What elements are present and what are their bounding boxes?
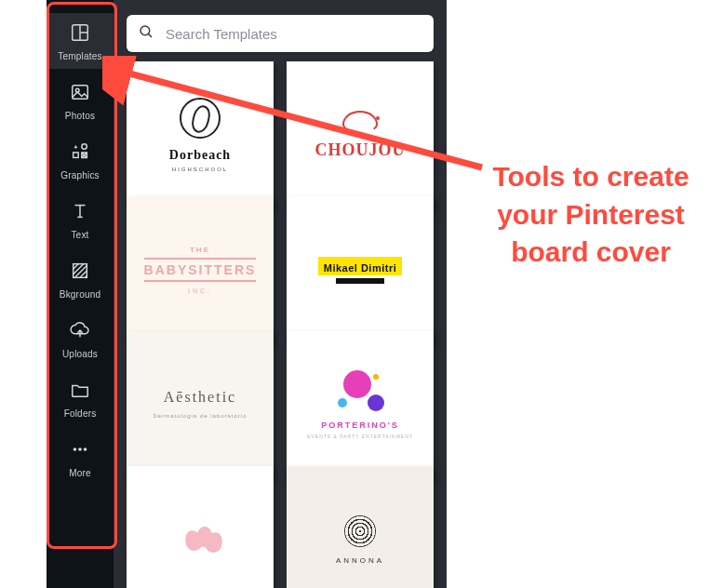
text-icon [70,201,90,225]
tools-sidebar: Templates Photos Graphics Text [47,0,114,588]
svg-point-17 [74,448,77,451]
sidebar-item-label: Photos [65,111,95,121]
svg-rect-3 [73,86,88,100]
uploads-icon [70,320,90,344]
template-overline: THE [190,246,210,254]
template-card[interactable]: Dorbeach HIGHSCHOOL [127,61,274,208]
templates-grid: Dorbeach HIGHSCHOOL CHOUJOU THE BABYSITT… [114,61,447,588]
svg-point-18 [78,448,82,451]
sidebar-item-label: Text [71,230,88,240]
svg-point-20 [140,26,150,35]
sidebar-item-label: Templates [58,51,101,61]
template-title: Mikael Dimitri [324,262,397,274]
templates-panel: Dorbeach HIGHSCHOOL CHOUJOU THE BABYSITT… [114,0,447,588]
template-title: Dorbeach [169,148,231,163]
annotation-text: Tools to create your Pinterest board cov… [484,158,698,272]
logo-icon [180,98,221,139]
template-card[interactable]: THE BABYSITTERS INC. [127,196,274,343]
sidebar-item-text[interactable]: Text [47,192,114,247]
template-card[interactable]: ANNONA [287,466,434,588]
template-subtitle: Dermatologia de laboratório [153,412,247,420]
svg-line-21 [148,33,152,37]
sidebar-item-label: More [69,468,91,478]
sidebar-item-more[interactable]: More [47,430,114,486]
templates-icon [70,22,90,47]
template-title: BABYSITTERS [144,258,257,282]
template-title: PORTERINO'S [321,421,399,430]
svg-line-12 [74,264,84,274]
sidebar-item-label: Folders [64,408,97,419]
logo-icon [332,370,388,413]
svg-point-19 [84,448,87,451]
template-subtitle: HIGHSCHOOL [172,167,228,172]
search-icon [138,23,154,44]
search-bar[interactable] [127,15,434,52]
folders-icon [70,380,90,404]
logo-icon [180,523,221,556]
template-subtitle: EVENTS & PARTY ENTERTAINMENT [307,434,413,439]
logo-bar [336,278,384,284]
logo-icon [342,111,378,133]
more-icon [70,439,90,463]
photos-icon [70,82,90,106]
sidebar-item-uploads[interactable]: Uploads [47,311,114,367]
svg-rect-6 [74,153,79,158]
sidebar-item-label: Graphics [60,170,100,180]
template-card[interactable]: Aēsthetic Dermatologia de laboratório [127,331,274,478]
template-subtitle: INC. [188,287,212,294]
background-icon [70,261,90,285]
graphics-icon [70,141,90,166]
sidebar-item-templates[interactable]: Templates [47,13,114,69]
sidebar-item-background[interactable]: Bkground [47,251,114,307]
sidebar-item-photos[interactable]: Photos [47,73,114,128]
template-title: ANNONA [336,556,384,565]
sidebar-item-label: Uploads [62,349,98,359]
design-editor-app: Templates Photos Graphics Text [47,0,447,588]
search-input[interactable] [164,25,422,43]
template-card[interactable]: Mikael Dimitri [287,196,434,343]
template-title: Aēsthetic [164,389,236,406]
sidebar-item-folders[interactable]: Folders [47,370,114,426]
svg-rect-10 [74,264,87,278]
svg-line-11 [74,264,79,270]
template-card[interactable]: CHOUJOU [287,61,434,208]
logo-icon [344,515,376,547]
template-card[interactable]: PORTERINO'S EVENTS & PARTY ENTERTAINMENT [287,331,434,478]
template-card[interactable] [127,466,274,588]
template-title: CHOUJOU [315,140,406,160]
sidebar-item-label: Bkground [60,289,100,300]
svg-point-5 [82,144,87,150]
sidebar-item-graphics[interactable]: Graphics [47,132,114,188]
